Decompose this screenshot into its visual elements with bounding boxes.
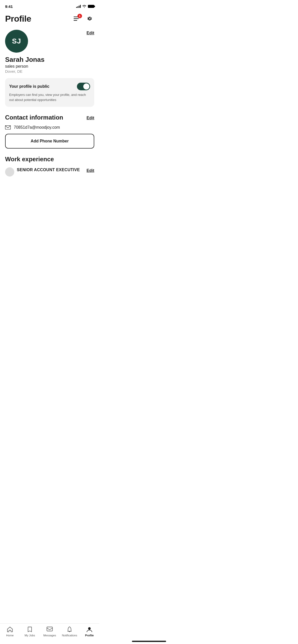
email-row: 70851d7a@moodjoy.com xyxy=(5,125,94,130)
profile-edit-button[interactable]: Edit xyxy=(87,30,94,35)
battery-icon xyxy=(88,5,94,8)
work-section: Work experience SENIOR ACCOUNT EXECUTIVE… xyxy=(0,149,99,177)
svg-rect-1 xyxy=(74,18,79,19)
profile-section: SJ Edit Sarah Jonas sales person Dover, … xyxy=(0,26,99,74)
header-actions: 1 xyxy=(72,14,94,23)
toggle-thumb xyxy=(83,83,89,90)
wifi-icon xyxy=(82,5,86,8)
profile-header-row: SJ Edit xyxy=(5,30,94,53)
work-company-avatar xyxy=(5,167,14,177)
gear-icon xyxy=(86,15,93,22)
public-card-row: Your profile is public xyxy=(9,83,90,90)
contact-section-header: Contact information Edit xyxy=(5,114,94,121)
status-bar: 9:41 xyxy=(0,0,99,11)
public-card-title: Your profile is public xyxy=(9,84,49,89)
work-job-title: SENIOR ACCOUNT EXECUTIVE xyxy=(17,167,80,173)
profile-location: Dover, DE xyxy=(5,69,94,74)
public-toggle[interactable] xyxy=(77,83,90,90)
signal-icon xyxy=(76,5,81,8)
email-text: 70851d7a@moodjoy.com xyxy=(14,125,60,130)
contact-section-title: Contact information xyxy=(5,114,63,121)
header: Profile 1 xyxy=(0,11,99,26)
work-header: Work experience xyxy=(5,156,94,163)
public-card-desc: Employers can find you, view your profil… xyxy=(9,92,90,102)
status-time: 9:41 xyxy=(5,4,13,9)
contact-section: Contact information Edit 70851d7a@moodjo… xyxy=(0,107,99,149)
profile-role: sales person xyxy=(5,64,94,69)
page-title: Profile xyxy=(5,14,31,24)
notifications-button[interactable]: 1 xyxy=(72,14,82,23)
work-item-info: SENIOR ACCOUNT EXECUTIVE xyxy=(5,167,80,177)
contact-edit-button[interactable]: Edit xyxy=(87,115,94,120)
work-section-title: Work experience xyxy=(5,156,54,163)
profile-name: Sarah Jonas xyxy=(5,56,94,64)
notification-badge: 1 xyxy=(77,14,82,18)
work-edit-button[interactable]: Edit xyxy=(87,167,94,173)
svg-rect-2 xyxy=(74,20,77,21)
email-icon xyxy=(5,125,11,129)
avatar: SJ xyxy=(5,30,28,53)
work-item: SENIOR ACCOUNT EXECUTIVE Edit xyxy=(5,167,94,177)
status-icons xyxy=(76,5,94,8)
add-phone-button[interactable]: Add Phone Number xyxy=(5,134,94,149)
settings-button[interactable] xyxy=(85,14,94,23)
public-profile-card: Your profile is public Employers can fin… xyxy=(5,78,94,107)
